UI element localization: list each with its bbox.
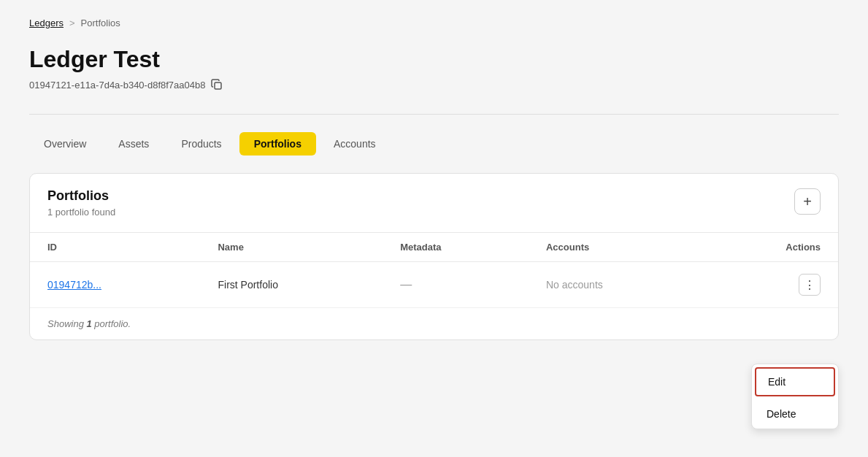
portfolios-card: Portfolios 1 portfolio found + ID Name M… <box>29 173 839 340</box>
tab-portfolios[interactable]: Portfolios <box>239 132 316 155</box>
card-title: Portfolios <box>47 188 115 204</box>
breadcrumb: Ledgers > Portfolios <box>29 18 839 28</box>
add-portfolio-button[interactable]: + <box>794 188 821 215</box>
portfolio-name: First Portfolio <box>218 279 277 291</box>
row-name-cell: First Portfolio <box>200 262 383 308</box>
card-subtitle: 1 portfolio found <box>47 207 115 218</box>
edit-label: Edit <box>768 376 786 388</box>
copy-id-icon[interactable] <box>211 79 223 91</box>
svg-rect-0 <box>215 82 221 89</box>
table-row: 0194712b... First Portfolio — No account… <box>30 262 838 308</box>
page-container: Ledgers > Portfolios Ledger Test 0194712… <box>0 0 868 457</box>
row-accounts-cell: No accounts <box>529 262 704 308</box>
tabs-bar: Overview Assets Products Portfolios Acco… <box>29 132 839 155</box>
delete-label: Delete <box>767 408 796 420</box>
col-header-id: ID <box>30 233 200 262</box>
col-header-metadata: Metadata <box>383 233 529 262</box>
tab-assets[interactable]: Assets <box>104 132 164 155</box>
card-header-text: Portfolios 1 portfolio found <box>47 188 115 218</box>
section-divider <box>29 114 839 115</box>
tab-products[interactable]: Products <box>166 132 236 155</box>
row-id-cell: 0194712b... <box>30 262 200 308</box>
page-title: Ledger Test <box>29 46 839 73</box>
page-id-text: 01947121-e11a-7d4a-b340-d8f8f7aa04b8 <box>29 80 205 91</box>
actions-dropdown: Edit Delete <box>751 364 839 429</box>
breadcrumb-separator: > <box>69 18 75 28</box>
portfolio-count-bold: 1 <box>86 318 91 329</box>
col-header-accounts: Accounts <box>529 233 704 262</box>
actions-menu-button[interactable]: ⋮ <box>799 274 821 296</box>
breadcrumb-ledgers-link[interactable]: Ledgers <box>29 18 64 28</box>
breadcrumb-current: Portfolios <box>81 18 120 28</box>
portfolio-id-link[interactable]: 0194712b... <box>47 279 101 291</box>
card-footer: Showing 1 portfolio. <box>30 308 838 339</box>
row-metadata-cell: — <box>383 262 529 308</box>
col-header-actions: Actions <box>704 233 838 262</box>
dropdown-edit-item[interactable]: Edit <box>755 367 835 396</box>
dropdown-delete-item[interactable]: Delete <box>752 399 838 429</box>
portfolio-metadata: — <box>400 278 412 291</box>
portfolios-table: ID Name Metadata Accounts Actions 019471… <box>30 232 838 308</box>
row-actions-cell: ⋮ <box>704 262 838 308</box>
portfolio-accounts: No accounts <box>546 279 603 291</box>
table-header-row: ID Name Metadata Accounts Actions <box>30 233 838 262</box>
card-header: Portfolios 1 portfolio found + <box>30 174 838 232</box>
tab-accounts[interactable]: Accounts <box>319 132 391 155</box>
page-id-row: 01947121-e11a-7d4a-b340-d8f8f7aa04b8 <box>29 79 839 91</box>
tab-overview[interactable]: Overview <box>29 132 101 155</box>
col-header-name: Name <box>200 233 383 262</box>
